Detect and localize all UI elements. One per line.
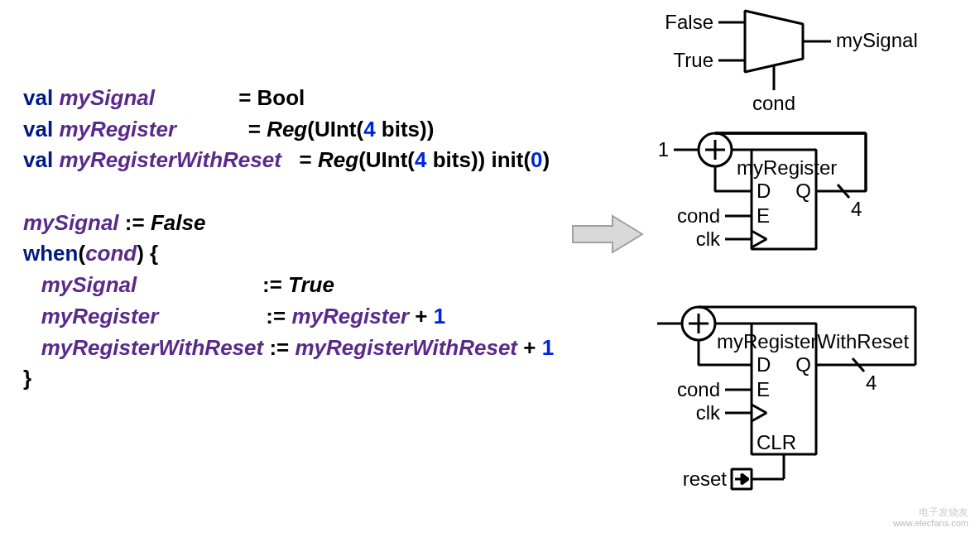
kw-val: val	[23, 85, 53, 110]
ident-mySignal: mySignal	[59, 85, 155, 110]
mux-input-true: True	[674, 49, 713, 71]
reg1-port-d: D	[757, 180, 771, 202]
reg2-reset: reset	[683, 467, 728, 490]
watermark-line1: 电子发烧友	[893, 507, 968, 519]
reg1-enable: cond	[677, 204, 720, 227]
type-bool: Bool	[257, 85, 305, 110]
schematic-diagrams: False True mySignal cond 1 myRegister	[654, 4, 977, 534]
code-line-5: mySignal := False	[23, 208, 554, 239]
reg2-bus-width: 4	[866, 372, 877, 394]
code-line-9: myRegisterWithReset := myRegisterWithRes…	[23, 333, 554, 364]
ident-myRegister: myRegister	[59, 117, 176, 141]
code-block: val mySignal = Bool val myRegister = Reg…	[23, 83, 554, 395]
reg2-clk: clk	[696, 401, 721, 424]
mux-output: mySignal	[836, 29, 918, 51]
code-line-7: mySignal := True	[23, 270, 554, 301]
reg2-name: myRegisterWithReset	[717, 330, 909, 352]
reg2-port-e: E	[757, 378, 770, 400]
code-line-1: val mySignal = Bool	[23, 83, 554, 114]
code-line-8: myRegister := myRegister + 1	[23, 301, 554, 333]
reg2-port-d: D	[757, 353, 771, 376]
reg1-clk: clk	[696, 228, 721, 250]
arrow-icon	[571, 211, 646, 257]
reg2-port-q: Q	[795, 353, 811, 376]
code-line-10: }	[23, 363, 554, 395]
reg1-port-e: E	[757, 204, 770, 227]
code-line-2: val myRegister = Reg(UInt(4 bits))	[23, 114, 554, 146]
watermark: 电子发烧友 www.elecfans.com	[893, 507, 968, 529]
mux-select: cond	[752, 92, 795, 114]
reg2-port-clr: CLR	[757, 431, 796, 453]
reg1-port-q: Q	[795, 180, 811, 202]
code-line-3: val myRegisterWithReset = Reg(UInt(4 bit…	[23, 145, 554, 176]
reg1-bus-width: 4	[851, 198, 862, 220]
code-blank	[23, 176, 554, 208]
reg2-enable: cond	[677, 378, 720, 400]
ident-myRegisterWithReset: myRegisterWithReset	[59, 147, 281, 172]
watermark-line2: www.elecfans.com	[893, 518, 968, 529]
mux-input-false: False	[665, 11, 713, 33]
adder-input-1: 1	[658, 138, 669, 161]
code-line-6: when(cond) {	[23, 238, 554, 270]
